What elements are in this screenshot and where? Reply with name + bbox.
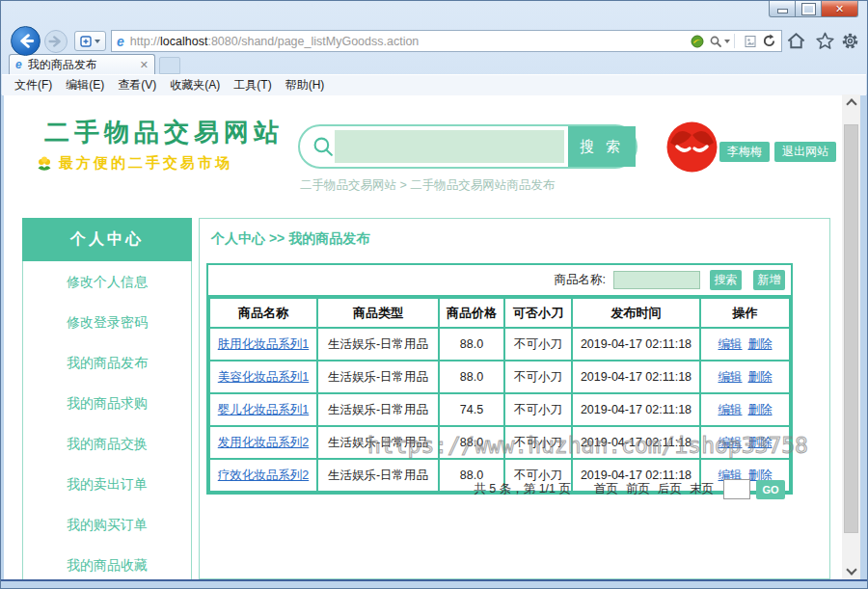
logout-button[interactable]: 退出网站: [774, 142, 836, 162]
edit-link[interactable]: 编辑: [719, 337, 743, 351]
search-input[interactable]: [335, 130, 564, 163]
filter-search-button[interactable]: 搜索: [710, 270, 742, 290]
filter-label: 商品名称:: [555, 272, 606, 288]
add-goods-button[interactable]: 新增: [753, 270, 785, 290]
delete-link[interactable]: 删除: [748, 403, 773, 416]
avatar[interactable]: [666, 121, 718, 173]
sidebar-item-edit-password[interactable]: 修改登录密码: [23, 302, 191, 342]
site-mode-button[interactable]: [74, 31, 106, 51]
page-first[interactable]: 首页: [594, 481, 618, 497]
edit-link[interactable]: 编辑: [719, 370, 743, 384]
page-last[interactable]: 末页: [690, 481, 714, 497]
goods-name-input[interactable]: [613, 271, 700, 289]
sidebar-item-edit-profile[interactable]: 修改个人信息: [23, 261, 191, 302]
sidebar-item-my-publish[interactable]: 我的商品发布: [23, 342, 191, 383]
scroll-up-button[interactable]: [842, 94, 860, 111]
site-safety-icon[interactable]: [691, 35, 704, 48]
page-number-input[interactable]: [723, 479, 750, 499]
goods-name-link[interactable]: 美容化妆品系列1: [218, 370, 309, 384]
go-button[interactable]: GO: [756, 480, 785, 499]
goods-price: 88.0: [439, 426, 504, 459]
new-tab-button[interactable]: [159, 57, 180, 74]
goods-name-link[interactable]: 肤用化妆品系列1: [218, 337, 309, 351]
goods-type: 生活娱乐-日常用品: [317, 361, 439, 393]
scrollbar-thumb[interactable]: [844, 124, 858, 533]
section-title: 个人中心 >> 我的商品发布: [211, 230, 369, 248]
settings-gear-icon[interactable]: [838, 29, 861, 52]
sidebar-item-my-wanted[interactable]: 我的商品求购: [23, 383, 191, 423]
close-button[interactable]: ✕: [822, 1, 858, 17]
delete-link[interactable]: 删除: [748, 436, 773, 449]
goods-name-link[interactable]: 发用化妆品系列2: [218, 436, 309, 449]
search-button[interactable]: 搜 索: [568, 126, 636, 167]
goods-price: 74.5: [439, 393, 504, 426]
page-prev[interactable]: 前页: [626, 481, 650, 497]
maximize-button[interactable]: [796, 1, 822, 17]
browser-tab[interactable]: e 我的商品发布 ✕: [9, 54, 155, 74]
goods-time: 2019-04-17 02:11:18: [572, 328, 700, 361]
minimize-button[interactable]: [769, 1, 796, 17]
sidebar-menu: 修改个人信息 修改登录密码 我的商品发布 我的商品求购 我的商品交换 我的卖出订…: [22, 261, 192, 579]
site-logo-title[interactable]: 二手物品交易网站: [44, 116, 284, 149]
table-row: 发用化妆品系列2 生活娱乐-日常用品 88.0 不可小刀 2019-04-17 …: [209, 426, 790, 459]
col-header-time: 发布时间: [572, 298, 700, 328]
col-header-ops: 操作: [700, 298, 790, 328]
forward-arrow-icon: [45, 31, 67, 52]
sidebar-item-buy-orders[interactable]: 我的购买订单: [23, 504, 191, 545]
browser-window: ✕ e http://localhost:8080/shand/page_lis…: [0, 0, 868, 589]
goods-bargain: 不可小刀: [504, 426, 572, 459]
sidebar-title: 个人中心: [22, 218, 192, 261]
flower-icon: [36, 155, 53, 173]
search-caret-icon[interactable]: [724, 40, 730, 43]
menu-view[interactable]: 查看(V): [118, 77, 156, 94]
home-icon[interactable]: [784, 29, 807, 52]
table-row: 肤用化妆品系列1 生活娱乐-日常用品 88.0 不可小刀 2019-04-17 …: [209, 328, 790, 361]
sidebar-item-my-exchange[interactable]: 我的商品交换: [23, 423, 191, 464]
goods-bargain: 不可小刀: [504, 393, 572, 426]
compatibility-view-icon[interactable]: [744, 35, 757, 48]
vertical-scrollbar[interactable]: [842, 94, 860, 579]
goods-type: 生活娱乐-日常用品: [317, 393, 439, 426]
minimize-icon: [777, 9, 788, 13]
goods-type: 生活娱乐-日常用品: [317, 426, 439, 459]
tab-title: 我的商品发布: [28, 57, 136, 73]
main-panel: 个人中心 >> 我的商品发布 商品名称: 搜索 新增 商品名称 商品类型 商品价…: [199, 218, 830, 579]
url-scheme: http://: [130, 35, 160, 48]
site-logo-subtitle: 最方便的二手交易市场: [36, 154, 232, 173]
tab-close-icon[interactable]: ✕: [140, 59, 149, 71]
sidebar-item-favorites[interactable]: 我的商品收藏: [23, 545, 191, 579]
menu-file[interactable]: 文件(F): [14, 77, 52, 94]
menu-help[interactable]: 帮助(H): [285, 77, 325, 94]
address-bar[interactable]: e http://localhost:8080/shand/page_listM…: [111, 30, 782, 52]
search-icon[interactable]: [709, 35, 722, 48]
back-button[interactable]: [11, 26, 41, 56]
favorites-star-icon[interactable]: [813, 29, 836, 52]
ie-favicon: e: [117, 35, 124, 48]
forward-button[interactable]: [44, 30, 68, 53]
menu-favorites[interactable]: 收藏夹(A): [170, 77, 220, 94]
window-border-right: [860, 94, 868, 579]
refresh-icon[interactable]: [762, 34, 776, 48]
edit-link[interactable]: 编辑: [719, 403, 743, 416]
page-next[interactable]: 后页: [658, 481, 682, 497]
col-header-type: 商品类型: [317, 298, 439, 328]
delete-link[interactable]: 删除: [748, 370, 773, 384]
sidebar: 个人中心 修改个人信息 修改登录密码 我的商品发布 我的商品求购 我的商品交换 …: [22, 218, 192, 579]
sidebar-item-sell-orders[interactable]: 我的卖出订单: [23, 464, 191, 504]
menu-tools[interactable]: 工具(T): [233, 77, 271, 94]
chevron-up-icon: [846, 98, 856, 109]
delete-link[interactable]: 删除: [748, 337, 773, 351]
username-button[interactable]: 李梅梅: [719, 142, 770, 162]
breadcrumb[interactable]: 二手物品交易网站 > 二手物品交易网站商品发布: [300, 177, 555, 194]
close-icon: ✕: [835, 4, 844, 14]
goods-price: 88.0: [439, 361, 504, 393]
chevron-down-icon: [846, 564, 856, 575]
edit-link[interactable]: 编辑: [719, 436, 743, 449]
window-border-bottom: [1, 581, 868, 589]
divider: [734, 34, 735, 48]
menu-edit[interactable]: 编辑(E): [66, 77, 104, 94]
window-controls: ✕: [769, 1, 858, 17]
goods-name-link[interactable]: 婴儿化妆品系列1: [218, 403, 309, 416]
filter-row: 商品名称: 搜索 新增: [208, 265, 791, 297]
scroll-down-button[interactable]: [842, 563, 860, 579]
